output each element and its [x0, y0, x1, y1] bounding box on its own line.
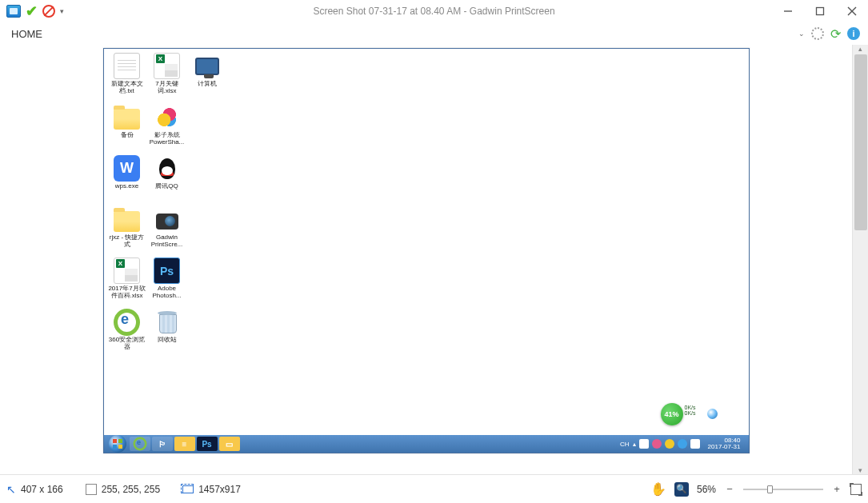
status-coords: 407 x 166	[21, 484, 63, 495]
desktop-item-label: 2017年7月软件百科.xlsx	[107, 285, 147, 300]
desktop-item[interactable]: 计算机	[187, 53, 227, 101]
cursor-icon: ↖	[6, 483, 16, 496]
desktop-item-label: 回收站	[158, 337, 177, 344]
taskbar-clock[interactable]: 08:40 2017-07-31	[703, 437, 746, 450]
menubar: HOME ⌄ ⟳ i	[0, 22, 868, 45]
zoom-in-button[interactable]: +	[831, 483, 842, 495]
screenshot-preview[interactable]: 新建文本文档.txt备份Wwps.exerjxz - 快捷方式2017年7月软件…	[103, 48, 750, 453]
wps-icon: W	[114, 155, 140, 182]
desktop-item-label: 新建文本文档.txt	[107, 81, 147, 95]
recycle-bin-icon	[154, 309, 180, 335]
desktop-item-label: 影子系统PowerSha...	[147, 132, 187, 146]
folder-icon	[114, 104, 140, 130]
qq-icon	[154, 155, 180, 182]
content-area: 新建文本文档.txt备份Wwps.exerjxz - 快捷方式2017年7月软件…	[0, 45, 868, 474]
desktop-item[interactable]: PsAdobe Photosh...	[147, 257, 187, 305]
taskbar-notes-icon[interactable]: ≡	[174, 437, 195, 451]
window-title: Screen Shot 07-31-17 at 08.40 AM - Gadwi…	[313, 6, 554, 17]
camera-icon	[154, 206, 180, 233]
desktop-item[interactable]: 腾讯QQ	[147, 155, 187, 203]
taskbar-folder-icon[interactable]: ▭	[219, 437, 240, 451]
desktop-item-label: 备份	[121, 132, 134, 139]
svg-rect-1	[817, 8, 824, 15]
settings-icon[interactable]	[811, 27, 824, 40]
tray-icon[interactable]	[652, 439, 662, 449]
tray-volume-icon[interactable]	[690, 439, 700, 449]
help-icon[interactable]: i	[847, 27, 860, 40]
vertical-scrollbar[interactable]: ▴ ▾	[852, 45, 868, 474]
cancel-icon[interactable]	[42, 5, 55, 18]
titlebar: ✔ ▾ Screen Shot 07-31-17 at 08.40 AM - G…	[0, 0, 868, 22]
close-button[interactable]	[836, 1, 868, 22]
taskbar-app-icon[interactable]: 🏳	[152, 437, 173, 451]
tray-lang[interactable]: CH	[620, 441, 630, 448]
zoom-slider[interactable]	[743, 489, 823, 490]
excel-icon	[114, 257, 140, 284]
desktop-item-label: 7月关键词.xlsx	[147, 81, 187, 95]
desktop-item[interactable]: 360安全浏览器	[107, 309, 147, 357]
collapse-ribbon-icon[interactable]: ⌄	[798, 30, 805, 38]
color-swatch	[86, 484, 97, 495]
taskbar-browser-icon[interactable]	[130, 437, 150, 451]
zoom-percent: 56%	[697, 484, 716, 495]
desktop-item[interactable]: rjxz - 快捷方式	[107, 206, 147, 254]
desktop-item-label: Adobe Photosh...	[147, 285, 187, 300]
badge-percent: 41%	[661, 403, 683, 425]
fit-screen-button[interactable]	[850, 484, 862, 495]
start-button[interactable]	[109, 435, 126, 453]
tray-icon[interactable]	[678, 439, 687, 449]
desktop-item[interactable]: 影子系统PowerSha...	[147, 104, 187, 152]
zoom-tool-icon[interactable]: 🔍	[674, 482, 689, 497]
desktop-item[interactable]: 备份	[107, 104, 147, 152]
powershadow-icon	[154, 104, 180, 130]
refresh-icon[interactable]: ⟳	[830, 26, 841, 42]
desktop-item-label: wps.exe	[115, 183, 138, 190]
desktop-item-label: 计算机	[198, 81, 217, 88]
badge-line1: 0K/s	[685, 405, 696, 410]
desktop-item-label: Gadwin PrintScre...	[147, 234, 187, 249]
system-badge: 41% 0K/s 0K/s	[661, 403, 683, 425]
zoom-out-button[interactable]: −	[724, 483, 735, 495]
computer-icon	[194, 53, 220, 79]
menu-home[interactable]: HOME	[8, 28, 46, 40]
dimensions-icon	[182, 485, 194, 493]
hand-tool-icon[interactable]: ✋	[650, 481, 666, 497]
desktop-item-label: rjxz - 快捷方式	[107, 234, 147, 249]
excel-icon	[154, 53, 180, 79]
tray-icon[interactable]	[639, 439, 649, 449]
maximize-button[interactable]	[804, 1, 836, 22]
tray-icon[interactable]	[665, 439, 674, 449]
windows-taskbar: 🏳 ≡ Ps ▭ CH ▴ 08:40 2017-07-31	[104, 435, 749, 453]
desktop-item[interactable]: Gadwin PrintScre...	[147, 206, 187, 254]
status-rgb: 255, 255, 255	[102, 484, 160, 495]
desktop-item-label: 360安全浏览器	[107, 337, 147, 351]
badge-orb-icon	[707, 409, 718, 419]
taskbar-photoshop-icon[interactable]: Ps	[197, 437, 218, 451]
desktop-item-label: 腾讯QQ	[155, 183, 178, 190]
text-file-icon	[114, 53, 140, 79]
statusbar: ↖ 407 x 166 255, 255, 255 1457x917 ✋ 🔍 5…	[0, 474, 868, 503]
app-icon	[6, 5, 21, 18]
desktop-item[interactable]: 回收站	[147, 309, 187, 357]
tray-chevron-icon[interactable]: ▴	[633, 441, 636, 448]
system-tray: CH ▴ 08:40 2017-07-31	[620, 437, 748, 450]
browser-icon	[114, 309, 140, 335]
status-dimensions: 1457x917	[198, 484, 241, 495]
desktop-item[interactable]: 7月关键词.xlsx	[147, 53, 187, 101]
qat-dropdown-icon[interactable]: ▾	[60, 7, 64, 15]
desktop-item[interactable]: Wwps.exe	[107, 155, 147, 203]
minimize-button[interactable]	[772, 1, 804, 22]
desktop-item[interactable]: 2017年7月软件百科.xlsx	[107, 257, 147, 305]
folder-icon	[114, 206, 140, 233]
desktop-item[interactable]: 新建文本文档.txt	[107, 53, 147, 101]
badge-line2: 0K/s	[685, 410, 696, 416]
photoshop-icon: Ps	[154, 257, 180, 284]
accept-icon[interactable]: ✔	[26, 2, 38, 20]
